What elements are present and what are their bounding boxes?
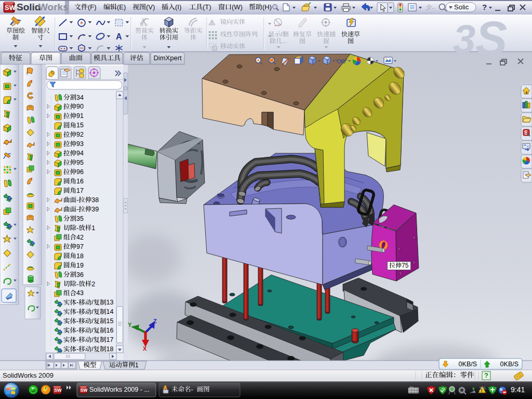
svg-text:/: / [91,345,94,353]
svg-text:16: 16 [107,327,114,334]
svg-text:35: 35 [76,215,84,222]
svg-text:SW: SW [5,4,16,11]
svg-text:/: / [91,317,94,325]
svg-text:少..: 少.. [426,4,435,10]
svg-text:17: 17 [107,336,114,343]
svg-text:36: 36 [76,271,84,278]
svg-text:-: - [76,336,78,343]
svg-text:key: key [410,385,413,388]
svg-text:91: 91 [76,112,84,119]
svg-text:97: 97 [76,243,84,250]
svg-text:13: 13 [107,299,114,306]
svg-text:...: ... [282,37,287,45]
svg-text:38: 38 [91,196,99,204]
svg-text:-: - [76,206,78,213]
svg-text:Solic: Solic [454,3,469,11]
svg-text:-: - [76,308,78,315]
svg-text:X: X [143,345,147,352]
svg-text:A: A [116,32,122,41]
svg-text:92: 92 [76,131,84,138]
svg-text:SolidWorks 2009 - ...: SolidWorks 2009 - ... [89,386,150,393]
svg-text:1: 1 [91,224,95,232]
svg-text:/: / [91,299,94,306]
svg-text:42: 42 [76,234,84,241]
svg-text:15: 15 [76,122,84,129]
svg-text:-: - [76,317,78,325]
svg-text:2: 2 [91,281,95,288]
svg-text:SW: SW [54,388,62,393]
svg-text:75: 75 [402,262,409,269]
svg-text:-: - [76,299,78,306]
svg-text:DimXpert: DimXpert [153,54,182,62]
svg-text:-: - [191,386,193,393]
svg-text:43: 43 [76,289,84,297]
svg-text:(W): (W) [232,3,243,11]
svg-text:(H): (H) [262,3,272,11]
svg-text:Z: Z [153,318,157,324]
svg-text:90: 90 [76,103,84,110]
svg-text:(V): (V) [146,3,155,11]
svg-text:(F): (F) [88,3,97,11]
svg-text:9:41: 9:41 [511,385,525,394]
svg-text:93: 93 [76,140,84,148]
svg-text:S: S [524,130,528,136]
svg-text:-: - [76,345,78,353]
svg-text:SW: SW [81,388,88,393]
svg-text:?: ? [484,371,488,379]
svg-text:Works: Works [38,2,69,12]
svg-text:(T): (T) [203,3,211,11]
svg-text:19: 19 [76,262,84,269]
svg-text:SolidWorks 2009: SolidWorks 2009 [3,371,54,379]
svg-text:-: - [76,281,78,288]
svg-text:34: 34 [76,94,84,101]
svg-text:3: 3 [453,16,475,62]
svg-text:(I): (I) [175,3,181,11]
svg-text:-: - [76,196,78,204]
svg-text:39: 39 [91,206,99,213]
svg-text:/: / [91,308,94,315]
svg-text:/: / [91,327,94,334]
svg-text:15: 15 [107,317,114,325]
svg-text:S: S [475,12,507,65]
svg-text:18: 18 [107,345,114,353]
svg-text:-: - [76,224,78,232]
svg-text:0KB/S: 0KB/S [500,361,518,368]
svg-text:1: 1 [135,362,139,369]
svg-text:Y: Y [128,322,132,328]
svg-text:0KB/S: 0KB/S [459,361,477,368]
svg-text:Solid: Solid [17,2,41,12]
svg-text:95: 95 [76,159,84,166]
svg-text:16: 16 [76,178,84,185]
svg-text:14: 14 [107,308,114,315]
svg-text:18: 18 [76,252,84,260]
svg-text:96: 96 [76,168,84,176]
svg-text:?: ? [482,3,487,11]
svg-text:(E): (E) [117,3,126,11]
svg-text:/: / [91,336,94,343]
svg-text:94: 94 [76,150,84,157]
svg-text:17: 17 [76,187,84,194]
svg-text:-: - [76,327,78,334]
